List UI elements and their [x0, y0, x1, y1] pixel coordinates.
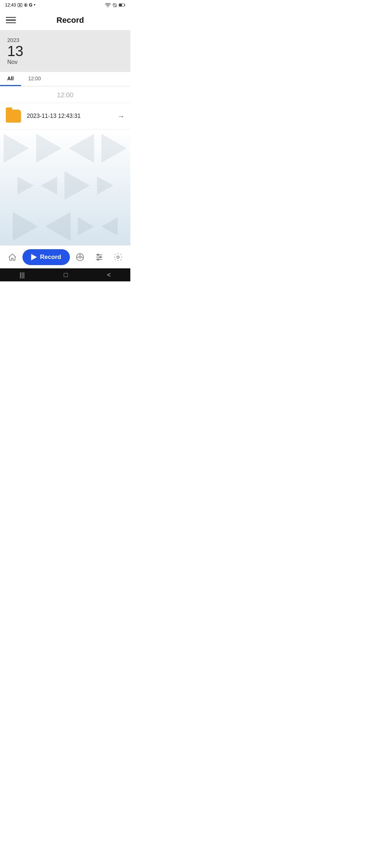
gear-icon [113, 252, 123, 262]
svg-rect-7 [124, 4, 125, 6]
play-icon [31, 254, 37, 260]
nav-dashcam[interactable] [71, 252, 89, 262]
date-section: 2023 13 Nov [0, 30, 130, 72]
battery-icon [119, 3, 125, 7]
tab-bar: All 12:00 [0, 72, 130, 86]
app-header: Record [0, 10, 130, 30]
android-nav-bar: ||| □ < [0, 268, 130, 281]
menu-button[interactable] [6, 17, 16, 24]
record-timestamp: 2023-11-13 12:43:31 [27, 113, 117, 119]
arrow-right-icon: → [117, 112, 125, 120]
svg-point-15 [100, 256, 101, 258]
folder-icon [6, 110, 21, 123]
home-icon [8, 252, 17, 262]
nav-record-label: Record [40, 254, 61, 261]
svg-point-2 [108, 7, 108, 7]
date-month: Nov [7, 59, 123, 65]
status-time: 12:43 [5, 3, 16, 8]
alarm-off-icon [112, 3, 117, 8]
nav-home[interactable] [4, 252, 21, 262]
status-bar: 12:43 ① G • [0, 0, 130, 10]
svg-rect-6 [119, 4, 122, 6]
tab-all[interactable]: All [0, 72, 21, 86]
page-title: Record [16, 16, 125, 25]
svg-point-1 [19, 4, 21, 6]
tab-12-00[interactable]: 12:00 [21, 72, 48, 86]
dot-icon: • [34, 3, 35, 8]
notification-1-icon: ① [24, 3, 28, 8]
content-area [0, 129, 130, 245]
date-year: 2023 [7, 37, 123, 43]
wifi-icon [105, 3, 111, 8]
photo-icon [17, 3, 22, 8]
status-left: 12:43 ① G • [5, 3, 35, 8]
steering-wheel-icon [75, 252, 85, 262]
nav-gear-settings[interactable] [109, 252, 127, 262]
g-icon: G [29, 3, 32, 8]
svg-point-17 [117, 256, 119, 258]
android-home-button[interactable]: □ [64, 271, 68, 279]
nav-settings-sliders[interactable] [91, 252, 108, 262]
android-back-button[interactable]: < [107, 271, 111, 279]
record-item[interactable]: 2023-11-13 12:43:31 → [0, 103, 130, 129]
bottom-nav: Record [0, 245, 130, 268]
status-right [105, 3, 125, 8]
svg-point-14 [97, 254, 98, 255]
time-group-label: 12:00 [0, 86, 130, 103]
nav-record-button[interactable]: Record [22, 249, 70, 265]
watermark-bg [0, 129, 130, 245]
android-recent-button[interactable]: ||| [20, 271, 25, 279]
svg-point-9 [79, 256, 81, 258]
svg-point-16 [97, 259, 98, 260]
sliders-icon [94, 252, 104, 262]
date-day: 13 [7, 43, 123, 59]
